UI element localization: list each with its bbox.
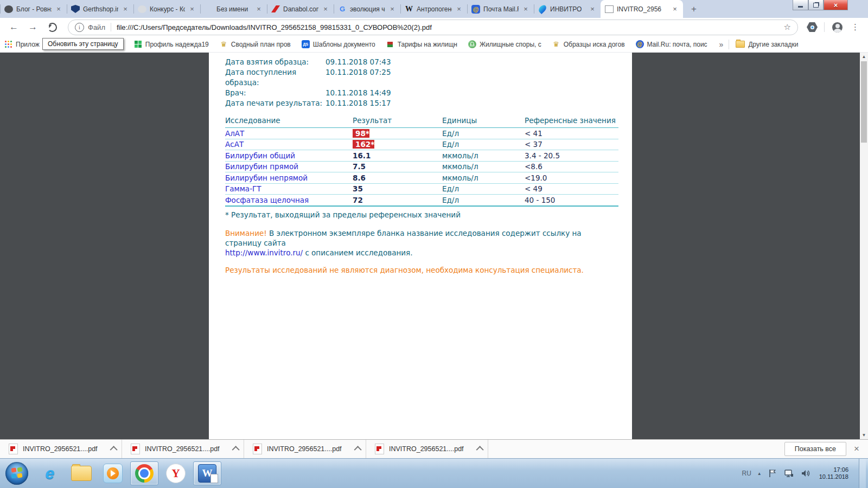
close-button[interactable]: × <box>824 0 848 10</box>
tab-close-icon[interactable]: × <box>122 5 129 13</box>
test-reference: 40 - 150 <box>525 196 618 204</box>
tab-close-icon[interactable]: × <box>322 5 329 13</box>
browser-tab[interactable]: INVITRO_2956 × <box>601 0 683 18</box>
pdf-info-row: Дата печати результата: 10.11.2018 15:17 <box>225 98 632 108</box>
test-name-link[interactable]: Гамма-ГТ <box>225 184 353 193</box>
url-text[interactable]: file:///C:/Users/Председатель/Downloads/… <box>117 23 780 31</box>
tab-close-icon[interactable]: × <box>255 5 263 13</box>
tab-close-icon[interactable]: × <box>671 5 679 13</box>
tab-close-icon[interactable]: × <box>388 5 396 13</box>
pdf-info-label: Дата поступления образца: <box>225 67 326 88</box>
pdf-document-icon <box>605 5 614 13</box>
new-tab-button[interactable]: + <box>686 2 701 17</box>
browser-tab[interactable]: Конкурс - Кон × <box>133 0 200 18</box>
other-bookmarks-button[interactable]: Другие закладки <box>736 41 798 48</box>
restore-button[interactable] <box>808 0 824 10</box>
show-all-downloads-button[interactable]: Показать все <box>784 442 846 456</box>
tab-title: Почта Mail.Ru <box>483 5 519 13</box>
download-menu-chevron-icon[interactable] <box>232 446 240 453</box>
bookmark-item[interactable]: Mail.Ru: почта, поис <box>636 40 707 48</box>
tab-close-icon[interactable]: × <box>55 5 62 13</box>
tab-close-icon[interactable]: × <box>522 5 529 13</box>
download-item[interactable]: INVITRO_2956521....pdf <box>122 440 244 458</box>
reload-button[interactable] <box>48 23 57 32</box>
browser-tab[interactable]: Без имени × <box>200 0 267 18</box>
minimize-button[interactable] <box>793 0 808 10</box>
bookmark-item[interactable]: Профиль надежда19 <box>134 40 209 48</box>
pdf-info-label: Дата взятия образца: <box>225 57 326 67</box>
bookmark-item[interactable]: Жилищные споры, с <box>468 40 541 48</box>
scrollbar-thumb[interactable] <box>861 61 867 143</box>
test-reference: <19.0 <box>525 174 618 182</box>
browser-tab[interactable]: Блог - Ровняс × <box>0 0 67 18</box>
word-icon: W <box>198 464 216 483</box>
browser-menu-icon[interactable]: ⋮ <box>847 22 864 32</box>
test-name-link[interactable]: АлАТ <box>225 129 353 138</box>
tab-close-icon[interactable]: × <box>589 5 596 13</box>
url-scheme-label: Файл <box>88 23 105 31</box>
downloads-bar-close-icon[interactable]: × <box>854 444 859 454</box>
show-desktop-button[interactable] <box>859 459 866 488</box>
test-units: Ед/л <box>442 184 525 193</box>
pdf-info-value: 10.11.2018 07:25 <box>326 67 632 88</box>
test-name-link[interactable]: Фосфатаза щелочная <box>225 196 353 204</box>
taskbar-ie-button[interactable]: e <box>36 461 64 485</box>
scroll-down-icon[interactable]: ▼ <box>860 431 868 439</box>
volume-icon[interactable] <box>800 468 811 478</box>
network-icon[interactable] <box>783 468 794 478</box>
taskbar-explorer-button[interactable] <box>67 461 95 485</box>
browser-tab[interactable]: Почта Mail.Ru × <box>467 0 534 18</box>
action-center-flag-icon[interactable] <box>768 468 777 478</box>
test-name-link[interactable]: Билирубин общий <box>225 151 353 160</box>
download-item[interactable]: INVITRO_2956521....pdf <box>244 440 366 458</box>
tab-close-icon[interactable]: × <box>188 5 196 13</box>
taskbar-media-player-button[interactable] <box>99 461 127 485</box>
address-bar[interactable]: Файл file:///C:/Users/Председатель/Downl… <box>68 20 798 35</box>
bookmark-item[interactable]: Прилож <box>4 40 40 48</box>
downloads-bar: INVITRO_2956521....pdf INVITRO_2956521..… <box>0 439 868 458</box>
bookmark-item[interactable]: Образцы иска догов <box>552 40 625 48</box>
test-name-link[interactable]: АсАТ <box>225 140 353 149</box>
browser-tab[interactable]: Антропогенез × <box>400 0 467 18</box>
browser-tab[interactable]: эволюция чел × <box>334 0 400 18</box>
pdf-info-value: 10.11.2018 15:17 <box>326 98 632 108</box>
extension-icon[interactable] <box>807 22 818 32</box>
language-indicator[interactable]: RU <box>742 470 751 477</box>
bookmarks-bar: Прилож Почта Google Профиль надежда19 Св… <box>0 36 868 53</box>
viewer-scrollbar[interactable]: ▲ ▼ <box>860 53 868 439</box>
clock[interactable]: 17:06 10.11.2018 <box>819 466 848 480</box>
bookmarks-overflow-icon[interactable]: » <box>719 40 724 49</box>
browser-tab[interactable]: ИНВИТРО × <box>534 0 601 18</box>
bookmark-item[interactable]: Тарифы на жилищн <box>386 40 457 48</box>
taskbar-word-button[interactable]: W <box>193 461 221 485</box>
download-menu-chevron-icon[interactable] <box>354 446 362 453</box>
tray-expand-icon[interactable]: ▲ <box>757 471 762 476</box>
taskbar-chrome-button[interactable] <box>130 461 158 485</box>
invitro-link[interactable]: http://www.invitro.ru/ <box>225 248 303 257</box>
bookmark-star-icon[interactable]: ☆ <box>784 22 791 32</box>
taskbar-yandex-button[interactable]: Y <box>162 461 190 485</box>
bookmarks-divider <box>729 40 729 49</box>
results-table-row: АсАТ 162* Ед/л < 37 <box>225 139 618 151</box>
scroll-up-icon[interactable]: ▲ <box>860 53 868 61</box>
download-menu-chevron-icon[interactable] <box>476 446 484 453</box>
test-name-link[interactable]: Билирубин непрямой <box>225 174 353 182</box>
bookmark-item[interactable]: Шаблоны документо <box>302 40 375 48</box>
danabol-icon <box>271 5 280 12</box>
browser-toolbar: ← → Файл file:///C:/Users/Председатель/D… <box>0 18 868 36</box>
download-menu-chevron-icon[interactable] <box>110 446 118 453</box>
page-info-icon[interactable] <box>75 23 84 32</box>
test-result: 16.1 <box>353 151 371 160</box>
forward-button[interactable]: → <box>23 22 42 33</box>
download-item[interactable]: INVITRO_2956521....pdf <box>366 440 488 458</box>
profile-avatar[interactable] <box>832 22 843 33</box>
bookmark-item[interactable]: Сводный план пров <box>220 40 291 48</box>
browser-tab[interactable]: Danabol.com. × <box>267 0 334 18</box>
bookmark-label: Шаблоны документо <box>313 41 375 48</box>
download-item[interactable]: INVITRO_2956521....pdf <box>0 440 122 458</box>
test-name-link[interactable]: Билирубин прямой <box>225 162 353 171</box>
start-button[interactable] <box>5 462 28 485</box>
browser-tab[interactable]: Gerthshop.in × <box>67 0 133 18</box>
tab-close-icon[interactable]: × <box>455 5 463 13</box>
back-button[interactable]: ← <box>4 22 23 33</box>
